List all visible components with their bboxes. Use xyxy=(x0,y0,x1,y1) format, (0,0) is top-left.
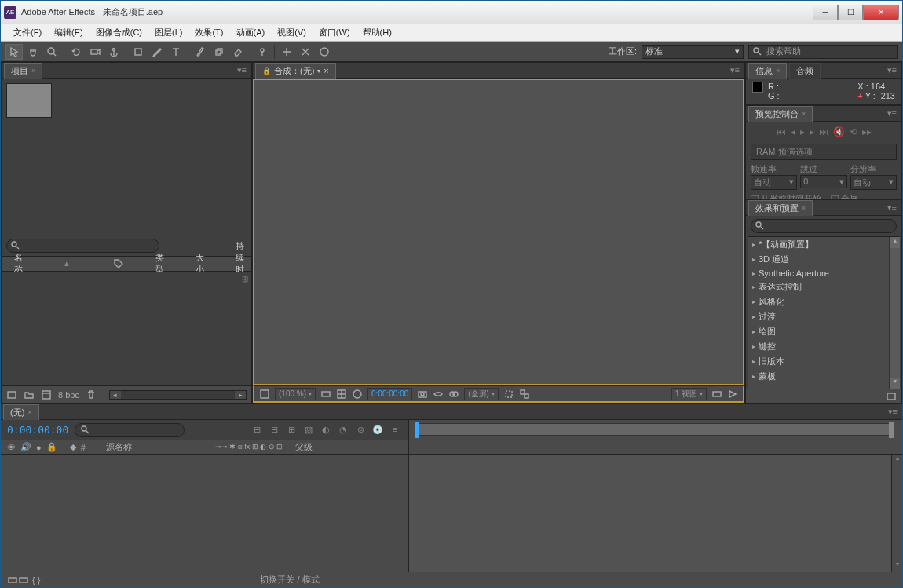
solo-icon[interactable]: ● xyxy=(36,443,42,452)
timeline-scrollbar[interactable]: ▴▾ xyxy=(891,455,902,572)
effect-category[interactable]: ▸蒙板 xyxy=(748,369,900,384)
close-button[interactable]: ✕ xyxy=(863,5,899,20)
effect-category[interactable]: ▸键控 xyxy=(748,339,900,354)
prev-frame-button[interactable]: ◂ xyxy=(791,126,795,137)
close-icon[interactable]: × xyxy=(324,66,328,75)
ram-preview-button[interactable]: ▸▸ xyxy=(862,126,872,137)
blur-icon[interactable]: ◐ xyxy=(319,425,333,435)
workspace-dropdown[interactable]: 标准▾ xyxy=(642,45,744,59)
menu-help[interactable]: 帮助(H) xyxy=(356,27,398,38)
panel-menu-icon[interactable]: ▾≡ xyxy=(887,203,897,213)
grid-icon[interactable] xyxy=(336,389,347,400)
disc-icon[interactable]: 💿 xyxy=(371,425,385,435)
switches-toggle[interactable]: 切换开关 / 模式 xyxy=(260,574,319,586)
shy-icon[interactable]: ⊟ xyxy=(250,425,264,435)
interpret-icon[interactable] xyxy=(6,389,17,400)
menu-edit[interactable]: 编辑(E) xyxy=(48,27,90,38)
bpc-button[interactable]: 8 bpc xyxy=(58,390,79,400)
local-axis-tool[interactable] xyxy=(278,44,295,60)
panel-menu-icon[interactable]: ▾≡ xyxy=(237,65,247,75)
camera-tool[interactable] xyxy=(86,44,104,60)
hand-tool[interactable] xyxy=(24,44,42,60)
effects-scrollbar[interactable]: ▴▾ xyxy=(889,237,900,389)
close-icon[interactable]: × xyxy=(31,67,35,75)
timeline-tab[interactable]: (无)× xyxy=(3,404,39,420)
graph-icon[interactable]: ◔ xyxy=(336,425,350,435)
zoom-tool[interactable] xyxy=(43,44,60,60)
lock-icon[interactable]: 🔒 xyxy=(46,442,57,452)
timeline-timecode[interactable]: 0:00:00:00 xyxy=(7,424,68,436)
show-snapshot-icon[interactable] xyxy=(433,389,444,400)
preview-tab[interactable]: 预览控制台× xyxy=(748,106,813,122)
brush-tool[interactable] xyxy=(192,44,209,60)
timeline-search-input[interactable] xyxy=(75,423,185,437)
speaker-icon[interactable]: 🔊 xyxy=(20,442,31,452)
effects-tab[interactable]: 效果和预置× xyxy=(748,200,813,216)
panel-menu-icon[interactable]: ▾≡ xyxy=(888,407,898,417)
alpha-icon[interactable] xyxy=(259,389,270,400)
timecode-display[interactable]: 0:00:00:00 xyxy=(367,388,412,400)
effect-category[interactable]: ▸3D 通道 xyxy=(748,252,900,267)
roi-icon[interactable] xyxy=(503,389,514,400)
comp-icon[interactable] xyxy=(41,389,52,400)
eraser-tool[interactable] xyxy=(229,44,247,60)
timeline-layers[interactable] xyxy=(1,455,408,572)
resolution-dropdown[interactable]: (全屏) xyxy=(464,388,499,400)
panel-menu-icon[interactable]: ▾≡ xyxy=(887,65,897,75)
transparency-icon[interactable] xyxy=(519,389,530,400)
resolution-dropdown[interactable]: 自动▾ xyxy=(850,175,897,190)
shy2-icon[interactable]: ⊟ xyxy=(267,425,281,435)
composition-tab[interactable]: 🔒 合成：(无) ▾ × xyxy=(255,63,336,79)
panel-menu-icon[interactable]: ▾≡ xyxy=(730,65,740,75)
text-tool[interactable] xyxy=(167,44,185,60)
new-bin-icon[interactable] xyxy=(886,391,897,402)
pixel-aspect-icon[interactable] xyxy=(711,389,722,400)
project-scrollbar[interactable]: ◂▸ xyxy=(109,390,247,400)
skip-dropdown[interactable]: 0▾ xyxy=(800,175,846,188)
toggle-icon[interactable] xyxy=(7,575,18,586)
eye-icon[interactable]: 👁 xyxy=(7,443,16,452)
loop-button[interactable]: ⟲ xyxy=(850,126,857,137)
effect-category[interactable]: ▸风格化 xyxy=(748,294,900,309)
snapshot-icon[interactable] xyxy=(417,389,428,400)
effect-category[interactable]: ▸表达式控制 xyxy=(748,279,900,294)
play-button[interactable]: ▸ xyxy=(800,126,805,137)
effect-category[interactable]: ▸过渡 xyxy=(748,309,900,324)
audio-tab[interactable]: 音频 xyxy=(789,63,821,79)
mask-icon[interactable] xyxy=(352,389,363,400)
mute-button[interactable]: 🔇 xyxy=(833,126,845,137)
effect-category[interactable]: ▸*【动画预置】 xyxy=(748,237,900,252)
brain-icon[interactable]: ⊚ xyxy=(353,425,367,435)
parent-header[interactable]: 父级 xyxy=(295,441,313,453)
clone-tool[interactable] xyxy=(210,44,228,60)
ram-preview-options[interactable]: RAM 预演选项 xyxy=(751,144,897,160)
source-name-header[interactable]: 源名称 xyxy=(106,441,132,453)
effect-category[interactable]: ▸绘图 xyxy=(748,324,900,339)
project-search-input[interactable] xyxy=(6,239,159,253)
selection-tool[interactable] xyxy=(5,44,23,60)
res-icon[interactable] xyxy=(320,389,331,400)
label-icon[interactable]: ◆ xyxy=(70,442,76,452)
info-tab[interactable]: 信息× xyxy=(748,63,787,79)
trash-icon[interactable] xyxy=(86,389,97,400)
menu-file[interactable]: 文件(F) xyxy=(7,27,48,38)
channel-icon[interactable] xyxy=(448,389,459,400)
comp-icon[interactable]: ⊞ xyxy=(284,425,298,435)
menu-effect[interactable]: 效果(T) xyxy=(188,27,229,38)
timeline-ruler[interactable] xyxy=(409,420,902,440)
pen-tool[interactable] xyxy=(148,44,166,60)
composition-viewer[interactable] xyxy=(253,79,744,385)
expr-icon[interactable]: ≡ xyxy=(388,425,402,435)
effect-category[interactable]: ▸Synthetic Aperture xyxy=(748,267,900,279)
menu-window[interactable]: 窗口(W) xyxy=(313,27,356,38)
fps-dropdown[interactable]: 自动▾ xyxy=(751,175,797,190)
effect-category[interactable]: ▸旧版本 xyxy=(748,354,900,369)
rotate-tool[interactable] xyxy=(68,44,85,60)
first-frame-button[interactable]: ⏮ xyxy=(777,126,786,137)
folder-icon[interactable] xyxy=(24,389,35,400)
view-axis-tool[interactable] xyxy=(316,44,333,60)
zoom-dropdown[interactable]: (100 %) xyxy=(275,388,316,400)
effects-search-input[interactable] xyxy=(751,219,897,233)
lock-icon[interactable]: 🔒 xyxy=(262,67,271,75)
views-dropdown[interactable]: 1 视图 xyxy=(671,388,707,400)
